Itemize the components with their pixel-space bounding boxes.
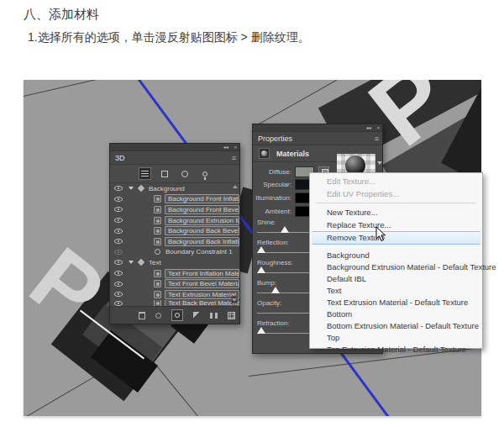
eye-icon[interactable] (114, 229, 123, 234)
3d-row-material[interactable]: Text Extrusion Material (110, 289, 239, 300)
properties-titlebar: ◂◂ × (253, 124, 382, 132)
menu-item-text-extrusion[interactable]: Text Extrusion Material - Default Textur… (310, 297, 482, 308)
3d-row-material[interactable]: Background Back Bevel Mat... (110, 225, 239, 236)
materials-header-label: Materials (276, 150, 309, 158)
slider-thumb[interactable] (257, 266, 265, 273)
scroll-up-icon[interactable] (233, 185, 238, 188)
3d-row-material[interactable]: Background Front Inflation ... (110, 194, 239, 205)
eye-icon[interactable] (114, 207, 123, 212)
menu-item-new-texture[interactable]: New Texture... (310, 206, 482, 219)
close-panel-icon[interactable]: × (376, 125, 380, 130)
3d-row-material[interactable]: Background Extrusion Mate... (110, 215, 239, 226)
properties-tab[interactable]: Properties ≡ (253, 132, 382, 145)
3d-row-constraint[interactable]: Boundary Constraint 1 (110, 247, 239, 258)
render-icon[interactable] (171, 309, 183, 321)
menu-item-remove-texture[interactable]: Remove Texture (312, 231, 480, 245)
3d-row-material[interactable]: Text Front Inflation Material (110, 268, 239, 279)
close-panel-icon[interactable]: × (234, 145, 237, 150)
slider-thumb[interactable] (271, 287, 280, 293)
diffuse-label: Diffuse: (253, 168, 291, 176)
eye-icon[interactable] (114, 301, 123, 306)
row-label: Background Extrusion Mate... (165, 216, 239, 225)
light-icon[interactable] (155, 313, 161, 319)
mesh-badge-icon (138, 185, 144, 192)
menu-item-edit-texture[interactable]: Edit Texture... (310, 175, 482, 187)
mesh-filter-icon[interactable] (159, 167, 171, 180)
row-label: Boundary Constraint 1 (165, 248, 233, 256)
3d-filter-bar (110, 165, 239, 183)
3d-panel-titlebar: ◂◂ × (110, 144, 239, 151)
material-icon (154, 227, 161, 235)
ambient-label: Ambient: (253, 208, 291, 215)
row-label: Background (149, 185, 185, 192)
3d-panel: ◂◂ × 3D ≡ Background Background Front In… (109, 143, 240, 324)
delete-icon[interactable] (139, 312, 145, 319)
slider-thumb[interactable] (257, 246, 265, 253)
menu-item-top[interactable]: Top (310, 332, 482, 344)
menu-item-bottom[interactable]: Bottom (310, 308, 482, 320)
row-label: Background Back Inflation ... (165, 237, 239, 246)
slider-thumb[interactable] (257, 327, 265, 334)
panel-menu-icon[interactable]: ≡ (375, 132, 379, 145)
constraint-icon (155, 249, 160, 255)
eye-icon[interactable] (114, 260, 123, 265)
3d-row-material[interactable]: Background Back Inflation ... (110, 236, 239, 247)
material-filter-icon[interactable] (179, 167, 192, 180)
row-label: Text (149, 259, 161, 266)
scene-filter-icon[interactable] (139, 167, 151, 180)
illumination-label: Illumination: (253, 194, 291, 202)
menu-item-text[interactable]: Text (310, 285, 482, 297)
collapse-panel-icon[interactable]: ◂◂ (223, 145, 228, 150)
menu-separator (316, 203, 476, 203)
eye-icon[interactable] (114, 197, 123, 202)
eye-icon[interactable] (114, 292, 123, 297)
3d-panel-tab[interactable]: 3D ≡ (110, 151, 239, 165)
3d-row-text-group[interactable]: Text (110, 257, 239, 268)
material-icon (154, 217, 161, 224)
material-icon (154, 238, 161, 245)
eye-icon[interactable] (114, 239, 123, 244)
panel-menu-icon[interactable]: ≡ (232, 151, 236, 165)
material-icon (154, 206, 161, 214)
3d-layer-list: Background Background Front Inflation ..… (110, 183, 239, 307)
menu-item-replace-texture[interactable]: Replace Texture... (310, 219, 482, 231)
material-icon (154, 195, 161, 203)
menu-item-bottom-extrusion[interactable]: Bottom Extrusion Material - Default Text… (310, 320, 482, 332)
3d-row-material[interactable]: Text Front Bevel Material (110, 278, 239, 289)
row-label: Background Front Inflation ... (165, 194, 239, 203)
slider-thumb[interactable] (281, 226, 289, 233)
eye-icon[interactable] (114, 250, 123, 255)
chevron-down-icon[interactable] (129, 261, 134, 264)
eye-icon[interactable] (114, 271, 123, 276)
3d-row-material[interactable]: Background Front Bevel Ma... (110, 204, 239, 215)
menu-item-background-extrusion[interactable]: Background Extrusion Material - Default … (310, 261, 482, 273)
menu-item-background[interactable]: Background (310, 250, 482, 261)
menu-item-default-ibl[interactable]: Default IBL (310, 273, 482, 285)
eye-icon[interactable] (114, 186, 123, 191)
eye-icon[interactable] (114, 282, 123, 287)
properties-tab-label: Properties (258, 134, 292, 143)
3d-row-background-group[interactable]: Background (110, 183, 239, 194)
row-label: Text Extrusion Material (165, 290, 239, 299)
texture-context-menu: Edit Texture... Edit UV Properties... Ne… (309, 172, 483, 349)
row-label: Background Front Bevel Ma... (165, 205, 239, 214)
menu-item-top-extrusion[interactable]: Top Extrusion Material - Default Texture (310, 344, 482, 356)
scroll-down-icon[interactable] (231, 296, 238, 303)
grid-line (24, 80, 98, 98)
collapse-panel-icon[interactable]: ◂◂ (366, 125, 371, 130)
eye-icon[interactable] (114, 218, 123, 223)
light-filter-icon[interactable] (199, 167, 212, 180)
page-subtitle: 1.选择所有的选项，单击漫反射贴图图标 > 删除纹理。 (28, 30, 310, 45)
page-title: 八、添加材料 (24, 7, 99, 23)
grid-icon[interactable] (228, 312, 235, 319)
chevron-down-icon[interactable] (129, 187, 134, 190)
mouse-cursor-icon (375, 226, 387, 243)
material-icon (154, 270, 161, 277)
row-label: Text Front Inflation Material (165, 269, 239, 278)
materials-sphere-icon (259, 148, 270, 159)
shadow-icon[interactable] (193, 312, 200, 319)
merge-icon[interactable] (210, 313, 218, 319)
preview-picker-arrow-icon[interactable] (377, 161, 382, 165)
menu-item-edit-uv-properties[interactable]: Edit UV Properties... (310, 187, 482, 200)
row-label: Background Back Bevel Mat... (165, 226, 239, 235)
